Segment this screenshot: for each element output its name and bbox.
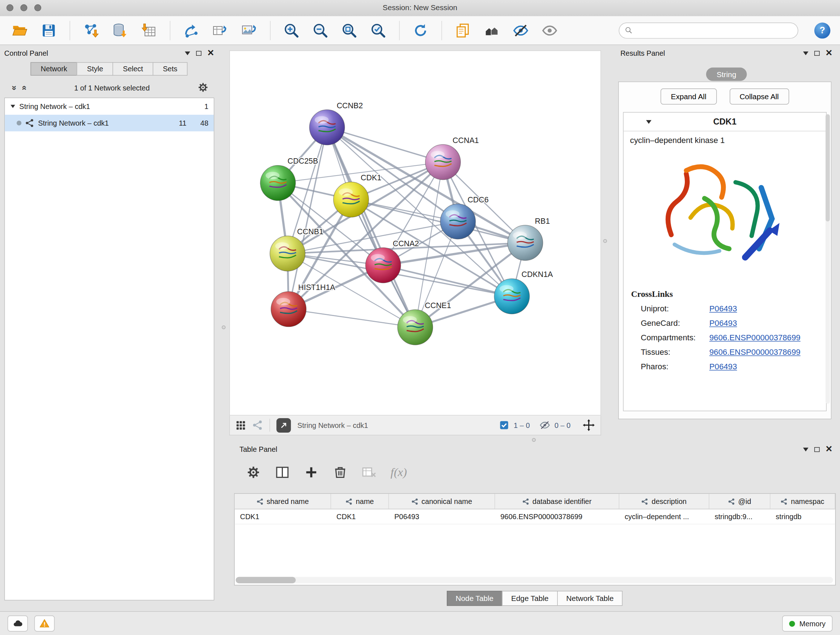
close-panel-icon[interactable]: ✕ [207, 50, 215, 57]
node-CCNB2[interactable]: CCNB2 [309, 101, 363, 145]
node-RB1[interactable]: RB1 [508, 217, 550, 261]
show-columns-icon[interactable] [275, 465, 290, 480]
network-mode-icon[interactable] [253, 420, 264, 431]
save-session-button[interactable] [39, 20, 59, 41]
memory-button[interactable]: Memory [782, 616, 832, 631]
table-horizontal-scrollbar[interactable] [236, 577, 833, 583]
close-panel-icon[interactable]: ✕ [825, 50, 832, 57]
network-collection-row[interactable]: String Network – cdk1 1 [5, 98, 214, 115]
copy-style-button[interactable] [453, 20, 473, 41]
crosslink-value[interactable]: P06493 [709, 318, 737, 328]
export-image-button[interactable] [239, 20, 259, 41]
node-HIST1H1A[interactable]: HIST1H1A [271, 283, 335, 327]
delete-column-trash-icon[interactable] [333, 465, 347, 480]
import-table-file-button[interactable] [139, 20, 159, 41]
help-button[interactable]: ? [814, 22, 830, 38]
table-tab-edge-table[interactable]: Edge Table [502, 591, 558, 606]
table-settings-gear-icon[interactable] [246, 465, 261, 480]
node-CCNA1[interactable]: CCNA1 [425, 136, 479, 180]
edge-CCNB2-CCNA1[interactable] [327, 127, 443, 162]
grid-mode-icon[interactable] [235, 420, 246, 431]
import-network-file-button[interactable] [81, 20, 101, 41]
tab-select[interactable]: Select [113, 62, 153, 76]
gene-expander-icon[interactable] [646, 120, 652, 124]
network-options-gear-icon[interactable] [197, 81, 209, 95]
column-header-database-identifier[interactable]: database identifier [495, 494, 619, 509]
table-tab-node-table[interactable]: Node Table [447, 591, 502, 606]
function-builder-fx[interactable]: f(x) [391, 465, 407, 479]
warnings-button[interactable] [34, 616, 55, 631]
crosslink-value[interactable]: P06493 [709, 304, 737, 313]
table-cell[interactable]: P06493 [389, 509, 495, 524]
table-cell[interactable]: CDK1 [235, 509, 332, 524]
network-status-dot [17, 120, 21, 125]
vertical-splitter-handle[interactable] [222, 325, 225, 329]
show-all-eye-button[interactable] [539, 20, 560, 41]
tab-sets[interactable]: Sets [153, 62, 187, 76]
table-row[interactable]: CDK1CDK1P064939606.ENSP00000378699cyclin… [235, 509, 835, 524]
collection-expander-icon[interactable] [11, 105, 15, 108]
pan-crosshair-icon[interactable] [583, 419, 595, 432]
edge-HIST1H1A-CCNE1[interactable] [289, 309, 415, 327]
column-header-namespac[interactable]: namespac [771, 494, 835, 509]
crosslink-value[interactable]: 9606.ENSP00000378699 [709, 348, 801, 356]
cloud-status-button[interactable] [8, 616, 28, 631]
node-CDK1[interactable]: CDK1 [333, 173, 381, 217]
zoom-fit-button[interactable] [339, 20, 359, 41]
table-cell[interactable]: cyclin–dependent ... [619, 509, 709, 524]
column-header-canonical-name[interactable]: canonical name [389, 494, 495, 509]
expand-all-networks-icon[interactable]: » [9, 86, 19, 90]
float-panel-icon[interactable] [814, 447, 819, 451]
houses-icon[interactable] [482, 20, 502, 41]
panel-menu-icon[interactable] [185, 51, 190, 55]
network-graph[interactable]: CCNB2CCNA1CDC25BCDK1CDC6RB1CCNB1CCNA2CDK… [230, 51, 600, 415]
column-header-shared-name[interactable]: shared name [235, 494, 332, 509]
crosslink-value[interactable]: 9606.ENSP00000378699 [709, 333, 801, 342]
refresh-layout-button[interactable] [410, 20, 431, 41]
open-session-button[interactable] [10, 20, 30, 41]
column-header-description[interactable]: description [619, 494, 709, 509]
tab-network[interactable]: Network [30, 62, 77, 76]
edge-CCNB2-CCNE1[interactable] [327, 127, 415, 327]
birds-eye-view-button[interactable] [276, 418, 291, 432]
new-network-from-selection-button[interactable] [181, 20, 202, 41]
collapse-all-networks-icon[interactable]: « [19, 86, 29, 90]
search-input[interactable] [636, 26, 792, 35]
export-table-button[interactable] [210, 20, 231, 41]
network-canvas[interactable]: CCNB2CCNA1CDC25BCDK1CDC6RB1CCNB1CCNA2CDK… [229, 50, 601, 415]
hide-selected-eye-button[interactable] [510, 20, 531, 41]
panel-menu-icon[interactable] [803, 448, 808, 451]
column-header-name[interactable]: name [331, 494, 389, 509]
float-panel-icon[interactable] [814, 51, 819, 55]
tab-style[interactable]: Style [77, 62, 113, 76]
string-tab-badge[interactable]: String [706, 68, 747, 81]
horizontal-splitter-handle[interactable] [532, 438, 536, 442]
network-row[interactable]: String Network – cdk1 11 48 [5, 115, 214, 131]
collapse-all-button[interactable]: Collapse All [729, 88, 789, 104]
crosslink-value[interactable]: P06493 [709, 362, 737, 371]
panel-menu-icon[interactable] [803, 51, 808, 55]
selected-checkbox-icon[interactable] [499, 420, 510, 431]
results-scrollbar[interactable] [826, 114, 830, 404]
zoom-selected-button[interactable] [368, 20, 388, 41]
column-header--id[interactable]: @id [709, 494, 771, 509]
table-cell[interactable]: CDK1 [331, 509, 389, 524]
results-panel-title: Results Panel [621, 49, 665, 57]
table-cell[interactable]: 9606.ENSP00000378699 [495, 509, 619, 524]
hidden-eye-slash-icon[interactable] [539, 420, 550, 431]
vertical-splitter-handle[interactable] [603, 239, 607, 242]
table-cell[interactable]: stringdb [771, 509, 835, 524]
table-tab-network-table[interactable]: Network Table [557, 591, 622, 606]
create-column-plus-icon[interactable] [304, 465, 319, 480]
zoom-in-button[interactable] [281, 20, 302, 41]
node-CCNB1[interactable]: CCNB1 [270, 227, 324, 271]
zoom-out-button[interactable] [310, 20, 330, 41]
gene-section-header[interactable]: CDK1 [624, 112, 826, 131]
close-panel-icon[interactable]: ✕ [825, 446, 832, 453]
edge-CCNB2-HIST1H1A[interactable] [289, 127, 327, 309]
import-network-database-button[interactable] [110, 20, 130, 41]
expand-all-button[interactable]: Expand All [660, 88, 716, 104]
node-CDKN1A[interactable]: CDKN1A [494, 270, 553, 314]
table-cell[interactable]: stringdb:9... [709, 509, 771, 524]
float-panel-icon[interactable] [196, 51, 201, 55]
